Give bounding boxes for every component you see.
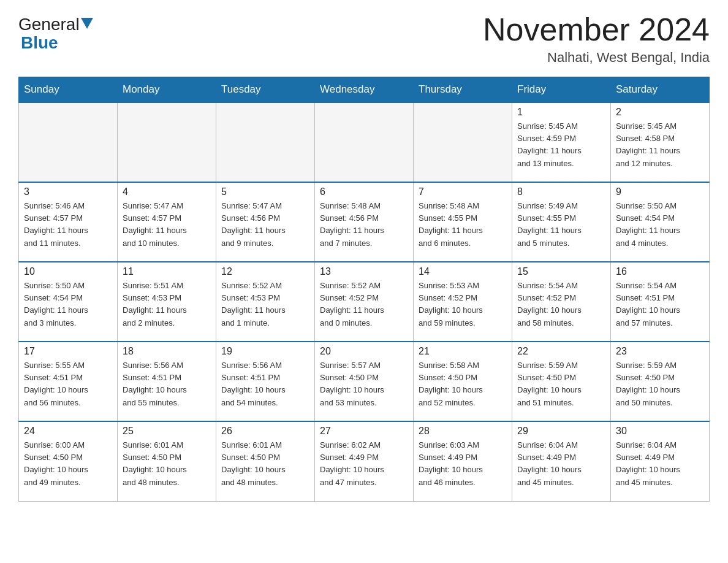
day-info: Sunrise: 5:52 AM Sunset: 4:52 PM Dayligh… <box>320 280 408 329</box>
calendar-cell <box>315 102 414 182</box>
calendar-cell: 3Sunrise: 5:46 AM Sunset: 4:57 PM Daylig… <box>19 182 118 262</box>
calendar-cell: 23Sunrise: 5:59 AM Sunset: 4:50 PM Dayli… <box>611 342 710 421</box>
calendar-cell <box>216 102 315 182</box>
day-number: 19 <box>221 346 309 357</box>
calendar-week-3: 10Sunrise: 5:50 AM Sunset: 4:54 PM Dayli… <box>19 262 710 342</box>
month-title: November 2024 <box>483 12 710 47</box>
day-info: Sunrise: 5:57 AM Sunset: 4:50 PM Dayligh… <box>320 359 408 409</box>
day-info: Sunrise: 5:54 AM Sunset: 4:51 PM Dayligh… <box>616 280 704 329</box>
day-number: 13 <box>320 266 408 277</box>
day-number: 16 <box>616 266 704 277</box>
day-info: Sunrise: 5:55 AM Sunset: 4:51 PM Dayligh… <box>24 359 112 409</box>
day-info: Sunrise: 6:03 AM Sunset: 4:49 PM Dayligh… <box>419 439 507 489</box>
day-number: 9 <box>616 186 704 197</box>
day-number: 29 <box>517 426 605 437</box>
calendar-cell <box>414 102 512 182</box>
day-info: Sunrise: 5:56 AM Sunset: 4:51 PM Dayligh… <box>123 359 211 409</box>
calendar-cell: 13Sunrise: 5:52 AM Sunset: 4:52 PM Dayli… <box>315 262 414 342</box>
day-info: Sunrise: 6:04 AM Sunset: 4:49 PM Dayligh… <box>616 439 704 489</box>
logo-triangle-icon <box>81 18 93 29</box>
calendar-cell: 15Sunrise: 5:54 AM Sunset: 4:52 PM Dayli… <box>512 262 611 342</box>
calendar-cell: 11Sunrise: 5:51 AM Sunset: 4:53 PM Dayli… <box>118 262 216 342</box>
day-info: Sunrise: 5:50 AM Sunset: 4:54 PM Dayligh… <box>24 280 112 329</box>
logo-blue-text: Blue <box>21 33 58 52</box>
location-subtitle: Nalhati, West Bengal, India <box>483 50 710 66</box>
day-info: Sunrise: 5:52 AM Sunset: 4:53 PM Dayligh… <box>221 280 309 329</box>
day-number: 23 <box>616 346 704 357</box>
page-header: General Blue November 2024 Nalhati, West… <box>18 12 710 66</box>
day-info: Sunrise: 5:48 AM Sunset: 4:56 PM Dayligh… <box>320 200 408 250</box>
day-info: Sunrise: 5:46 AM Sunset: 4:57 PM Dayligh… <box>24 200 112 250</box>
calendar-cell: 10Sunrise: 5:50 AM Sunset: 4:54 PM Dayli… <box>19 262 118 342</box>
day-info: Sunrise: 5:53 AM Sunset: 4:52 PM Dayligh… <box>419 280 507 329</box>
header-friday: Friday <box>512 77 611 103</box>
day-number: 2 <box>616 107 704 118</box>
calendar-cell: 14Sunrise: 5:53 AM Sunset: 4:52 PM Dayli… <box>414 262 512 342</box>
day-number: 10 <box>24 266 112 277</box>
day-number: 17 <box>24 346 112 357</box>
calendar-cell: 2Sunrise: 5:45 AM Sunset: 4:58 PM Daylig… <box>611 102 710 182</box>
header-tuesday: Tuesday <box>216 77 315 103</box>
day-number: 11 <box>123 266 211 277</box>
day-info: Sunrise: 6:01 AM Sunset: 4:50 PM Dayligh… <box>123 439 211 489</box>
calendar-cell: 21Sunrise: 5:58 AM Sunset: 4:50 PM Dayli… <box>414 342 512 421</box>
day-number: 18 <box>123 346 211 357</box>
calendar-cell: 9Sunrise: 5:50 AM Sunset: 4:54 PM Daylig… <box>611 182 710 262</box>
calendar-cell: 22Sunrise: 5:59 AM Sunset: 4:50 PM Dayli… <box>512 342 611 421</box>
header-monday: Monday <box>118 77 216 103</box>
day-number: 20 <box>320 346 408 357</box>
title-block: November 2024 Nalhati, West Bengal, Indi… <box>483 12 710 66</box>
day-info: Sunrise: 5:58 AM Sunset: 4:50 PM Dayligh… <box>419 359 507 409</box>
day-info: Sunrise: 5:51 AM Sunset: 4:53 PM Dayligh… <box>123 280 211 329</box>
day-number: 6 <box>320 186 408 197</box>
day-number: 22 <box>517 346 605 357</box>
day-number: 15 <box>517 266 605 277</box>
calendar-week-4: 17Sunrise: 5:55 AM Sunset: 4:51 PM Dayli… <box>19 342 710 421</box>
calendar-cell: 26Sunrise: 6:01 AM Sunset: 4:50 PM Dayli… <box>216 421 315 501</box>
header-sunday: Sunday <box>19 77 118 103</box>
day-info: Sunrise: 5:48 AM Sunset: 4:55 PM Dayligh… <box>419 200 507 250</box>
day-number: 8 <box>517 186 605 197</box>
calendar-cell: 6Sunrise: 5:48 AM Sunset: 4:56 PM Daylig… <box>315 182 414 262</box>
calendar-cell: 17Sunrise: 5:55 AM Sunset: 4:51 PM Dayli… <box>19 342 118 421</box>
logo: General Blue <box>18 12 94 53</box>
day-info: Sunrise: 5:59 AM Sunset: 4:50 PM Dayligh… <box>517 359 605 409</box>
header-saturday: Saturday <box>611 77 710 103</box>
day-number: 30 <box>616 426 704 437</box>
day-info: Sunrise: 5:45 AM Sunset: 4:58 PM Dayligh… <box>616 120 704 170</box>
calendar-cell: 8Sunrise: 5:49 AM Sunset: 4:55 PM Daylig… <box>512 182 611 262</box>
calendar-cell: 5Sunrise: 5:47 AM Sunset: 4:56 PM Daylig… <box>216 182 315 262</box>
calendar-cell: 1Sunrise: 5:45 AM Sunset: 4:59 PM Daylig… <box>512 102 611 182</box>
header-wednesday: Wednesday <box>315 77 414 103</box>
day-info: Sunrise: 6:01 AM Sunset: 4:50 PM Dayligh… <box>221 439 309 489</box>
day-info: Sunrise: 5:56 AM Sunset: 4:51 PM Dayligh… <box>221 359 309 409</box>
day-info: Sunrise: 6:00 AM Sunset: 4:50 PM Dayligh… <box>24 439 112 489</box>
day-number: 24 <box>24 426 112 437</box>
calendar-week-1: 1Sunrise: 5:45 AM Sunset: 4:59 PM Daylig… <box>19 102 710 182</box>
day-number: 28 <box>419 426 507 437</box>
day-info: Sunrise: 5:47 AM Sunset: 4:57 PM Dayligh… <box>123 200 211 250</box>
calendar-cell: 24Sunrise: 6:00 AM Sunset: 4:50 PM Dayli… <box>19 421 118 501</box>
calendar-table: SundayMondayTuesdayWednesdayThursdayFrid… <box>18 77 710 502</box>
calendar-cell: 30Sunrise: 6:04 AM Sunset: 4:49 PM Dayli… <box>611 421 710 501</box>
calendar-cell: 27Sunrise: 6:02 AM Sunset: 4:49 PM Dayli… <box>315 421 414 501</box>
calendar-cell: 29Sunrise: 6:04 AM Sunset: 4:49 PM Dayli… <box>512 421 611 501</box>
day-number: 12 <box>221 266 309 277</box>
calendar-week-2: 3Sunrise: 5:46 AM Sunset: 4:57 PM Daylig… <box>19 182 710 262</box>
day-info: Sunrise: 5:45 AM Sunset: 4:59 PM Dayligh… <box>517 120 605 170</box>
day-number: 1 <box>517 107 605 118</box>
calendar-cell: 20Sunrise: 5:57 AM Sunset: 4:50 PM Dayli… <box>315 342 414 421</box>
calendar-cell: 19Sunrise: 5:56 AM Sunset: 4:51 PM Dayli… <box>216 342 315 421</box>
calendar-cell: 16Sunrise: 5:54 AM Sunset: 4:51 PM Dayli… <box>611 262 710 342</box>
calendar-cell: 25Sunrise: 6:01 AM Sunset: 4:50 PM Dayli… <box>118 421 216 501</box>
calendar-week-5: 24Sunrise: 6:00 AM Sunset: 4:50 PM Dayli… <box>19 421 710 501</box>
day-info: Sunrise: 5:49 AM Sunset: 4:55 PM Dayligh… <box>517 200 605 250</box>
day-number: 25 <box>123 426 211 437</box>
calendar-cell: 12Sunrise: 5:52 AM Sunset: 4:53 PM Dayli… <box>216 262 315 342</box>
day-info: Sunrise: 6:04 AM Sunset: 4:49 PM Dayligh… <box>517 439 605 489</box>
day-info: Sunrise: 6:02 AM Sunset: 4:49 PM Dayligh… <box>320 439 408 489</box>
day-number: 7 <box>419 186 507 197</box>
calendar-header-row: SundayMondayTuesdayWednesdayThursdayFrid… <box>19 77 710 103</box>
day-info: Sunrise: 5:59 AM Sunset: 4:50 PM Dayligh… <box>616 359 704 409</box>
calendar-cell <box>118 102 216 182</box>
